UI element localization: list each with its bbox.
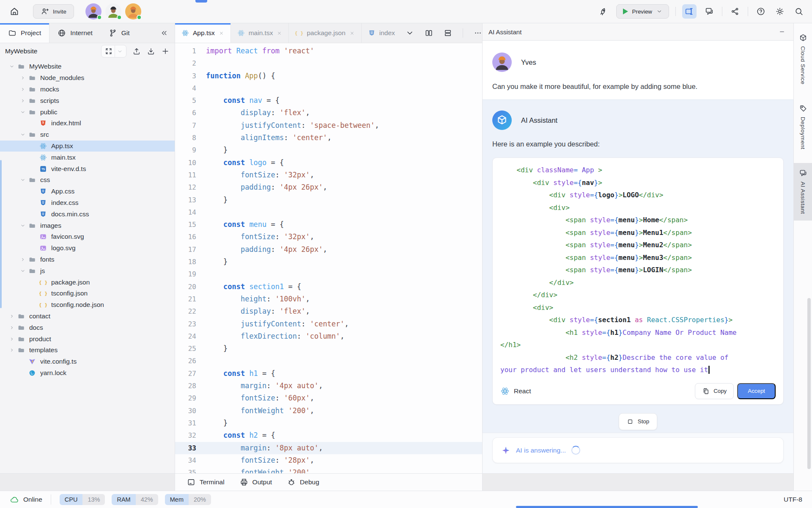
tree-item-App.tsx[interactable]: App.tsx (0, 141, 175, 152)
code-line-30[interactable]: 30 fontWeight '200', (175, 405, 482, 417)
code-line-21[interactable]: 21 height: '100vh', (175, 293, 482, 305)
code-area[interactable]: 1import React from 'react'23function App… (175, 43, 482, 473)
code-line-7[interactable]: 7 justifyContent: 'space-between', (175, 119, 482, 132)
tree-item-logo.svg[interactable]: logo.svg (0, 243, 175, 254)
comments-button[interactable] (703, 5, 716, 18)
tree-item-index.html[interactable]: 5index.html (0, 118, 175, 129)
share-button[interactable] (729, 5, 741, 18)
code-line-29[interactable]: 29 fontSize: '60px', (175, 392, 482, 404)
tree-chevron-icon[interactable] (18, 177, 28, 182)
code-line-9[interactable]: 9 } (175, 144, 482, 156)
close-tab-icon[interactable] (277, 30, 282, 36)
tree-item-contact[interactable]: contact (0, 311, 175, 322)
code-line-27[interactable]: 27 const h1 = { (175, 367, 482, 380)
tree-item-tsconfig.json[interactable]: { }tsconfig.json (0, 288, 175, 299)
code-line-17[interactable]: 17 padding: '4px 26px', (175, 243, 482, 256)
vertical-scrollbar-thumb[interactable] (807, 298, 811, 469)
code-line-15[interactable]: 15 const menu = { (175, 218, 482, 231)
tree-item-css[interactable]: css (0, 174, 175, 186)
tree-chevron-icon[interactable] (18, 223, 28, 228)
preview-button[interactable]: Preview (616, 4, 669, 19)
tree-chevron-icon[interactable] (18, 87, 28, 92)
split-vertical-icon[interactable] (425, 29, 433, 37)
tree-item-main.tsx[interactable]: main.tsx (0, 152, 175, 163)
code-line-5[interactable]: 5 const nav = { (175, 94, 482, 107)
accept-button[interactable]: Accept (737, 383, 776, 399)
code-line-22[interactable]: 22 display: 'flex', (175, 305, 482, 318)
rail-item-deployment[interactable]: Deployment (794, 98, 812, 156)
code-line-32[interactable]: 32 const h2 = { (175, 429, 482, 442)
tree-chevron-icon[interactable] (7, 64, 17, 69)
tree-item-vite-env.d.ts[interactable]: TSvite-env.d.ts (0, 163, 175, 174)
code-line-34[interactable]: 34 fontSize: '28px', (175, 454, 482, 467)
tree-item-images[interactable]: images (0, 220, 175, 231)
user-avatar[interactable] (492, 52, 512, 72)
close-tab-icon[interactable] (349, 30, 355, 36)
download-icon[interactable] (147, 47, 155, 55)
minimize-button[interactable] (776, 26, 787, 37)
code-line-4[interactable]: 4 (175, 82, 482, 94)
expand-tree-split-button[interactable] (101, 45, 126, 58)
tab-list-chevron-icon[interactable] (406, 29, 414, 37)
editor-tab-App.tsx[interactable]: App.tsx (175, 23, 231, 43)
search-button[interactable] (793, 5, 805, 18)
avatar[interactable] (85, 3, 102, 19)
home-button[interactable] (7, 4, 22, 19)
code-line-2[interactable]: 2 (175, 57, 482, 69)
sidebar-tab-internet[interactable]: Internet (49, 23, 101, 43)
code-line-6[interactable]: 6 display: 'flex', (175, 107, 482, 119)
collapse-sidebar-button[interactable] (159, 28, 170, 39)
chat-input[interactable]: AI is answering... (492, 437, 784, 463)
code-line-28[interactable]: 28 margin: '4px auto', (175, 380, 482, 392)
code-line-18[interactable]: 18 } (175, 256, 482, 268)
code-line-8[interactable]: 8 alignItems: 'center', (175, 132, 482, 144)
deploy-rocket-button[interactable] (597, 5, 610, 18)
avatar[interactable] (105, 3, 121, 19)
sidebar-scroll-indicator[interactable] (0, 160, 2, 308)
code-line-12[interactable]: 12 padding: '4px 26px', (175, 181, 482, 193)
tree-item-docs.min.css[interactable]: docs.min.css (0, 208, 175, 220)
tree-item-public[interactable]: public (0, 106, 175, 118)
tree-item-vite.config.ts[interactable]: vite.config.ts (0, 356, 175, 367)
tree-item-package.json[interactable]: { }package.json (0, 276, 175, 288)
stop-button[interactable]: Stop (619, 413, 657, 430)
sidebar-tab-git[interactable]: Git (101, 23, 138, 43)
rail-item-ai-assistant[interactable]: AI Assistant (794, 163, 812, 221)
settings-button[interactable] (774, 5, 786, 18)
code-line-31[interactable]: 31 } (175, 417, 482, 429)
tree-item-favicon.svg[interactable]: favicon.svg (0, 231, 175, 243)
tree-chevron-icon[interactable] (18, 75, 28, 80)
tree-chevron-icon[interactable] (18, 268, 28, 273)
panel-tab-terminal[interactable]: Terminal (187, 478, 225, 486)
code-line-19[interactable]: 19 (175, 268, 482, 280)
code-line-24[interactable]: 24 flexDirection: 'column', (175, 330, 482, 342)
tree-item-Node_modules[interactable]: Node_modules (0, 72, 175, 84)
code-line-13[interactable]: 13 } (175, 194, 482, 206)
tree-item-product[interactable]: product (0, 333, 175, 345)
panel-tab-debug[interactable]: Debug (287, 478, 319, 486)
tree-item-scripts[interactable]: scripts (0, 95, 175, 106)
tree-chevron-icon[interactable] (18, 110, 28, 115)
tree-chevron-icon[interactable] (7, 325, 17, 330)
code-line-35[interactable]: 35 fontWeight '200', (175, 467, 482, 473)
code-line-3[interactable]: 3function App() { (175, 70, 482, 82)
tree-item-fonts[interactable]: fonts (0, 254, 175, 265)
split-editor-button[interactable] (682, 4, 697, 19)
tree-chevron-icon[interactable] (18, 98, 28, 103)
tree-item-mocks[interactable]: mocks (0, 84, 175, 95)
tree-item-yarn.lock[interactable]: yarn.lock (0, 367, 175, 379)
horizontal-scrollbar-thumb[interactable] (516, 506, 698, 508)
panel-tab-output[interactable]: Output (240, 478, 272, 486)
editor-tab-index[interactable]: index (362, 23, 397, 43)
tree-item-App.css[interactable]: App.css (0, 186, 175, 197)
code-line-20[interactable]: 20 const section1 = { (175, 281, 482, 293)
tree-chevron-icon[interactable] (7, 314, 17, 319)
tree-item-index.css[interactable]: index.css (0, 197, 175, 209)
tree-chevron-icon[interactable] (18, 132, 28, 137)
code-line-1[interactable]: 1import React from 'react' (175, 45, 482, 57)
more-icon[interactable] (474, 29, 482, 37)
code-line-11[interactable]: 11 fontSize: '32px', (175, 169, 482, 181)
tree-item-js[interactable]: js (0, 265, 175, 276)
tree-chevron-icon[interactable] (18, 257, 28, 262)
code-line-14[interactable]: 14 (175, 206, 482, 218)
